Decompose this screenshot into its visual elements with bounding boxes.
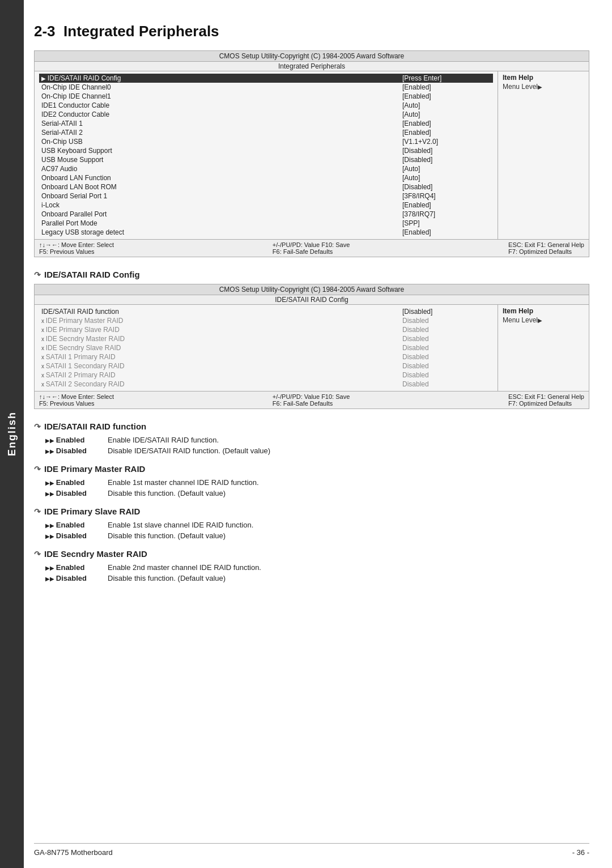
footer-col2-line2-1: F6: Fail-Safe Defaults xyxy=(273,248,350,255)
bios1-row-value-4: [Auto] xyxy=(402,110,493,118)
bios2-row-value-2: Disabled xyxy=(402,326,493,334)
bios2-row-label-4: IDE Secndry Slave RAID xyxy=(39,344,402,352)
bios1-row-label-5: Serial-ATAII 1 xyxy=(39,120,402,127)
section-number: 2-3 xyxy=(34,23,56,40)
bios1-row-label-11: Onboard LAN Function xyxy=(39,174,402,182)
bios2-row-3: IDE Secndry Master RAIDDisabled xyxy=(39,334,493,343)
section-heading-ide-secndry-master-raid: ↷IDE Secndry Master RAID xyxy=(34,549,589,559)
bios2-row-0: IDE/SATAII RAID function[Disabled] xyxy=(39,307,493,316)
sub-item-desc-ide-sataii-raid-function-0: Enable IDE/SATAII RAID function. xyxy=(108,436,219,444)
bios1-row-label-14: i-Lock xyxy=(39,201,402,209)
bios-rows-2: IDE/SATAII RAID function[Disabled]IDE Pr… xyxy=(35,305,498,391)
bios2-row-label-2: IDE Primary Slave RAID xyxy=(39,326,402,334)
section-heading-text-ide-secndry-master-raid: IDE Secndry Master RAID xyxy=(44,549,147,559)
main-content: 2-3 Integrated Peripherals CMOS Setup Ut… xyxy=(34,0,589,611)
bios-subheader-1: Integrated Peripherals xyxy=(35,62,589,71)
item-help-title-1: Item Help xyxy=(503,74,584,82)
footer-col1-line1-1: ↑↓→←: Move Enter: Select xyxy=(39,241,114,248)
bios1-row-value-16: [SPP] xyxy=(402,219,493,227)
bios1-row-label-13: Onboard Serial Port 1 xyxy=(39,192,402,200)
menu-level-1: Menu Level xyxy=(503,83,584,91)
section-heading-ide-sataii-raid-function: ↷IDE/SATAII RAID function xyxy=(34,422,589,431)
bios2-row-2: IDE Primary Slave RAIDDisabled xyxy=(39,325,493,334)
descriptions-container: ↷IDE/SATAII RAID functionEnabledEnable I… xyxy=(34,422,589,582)
side-tab: English xyxy=(0,0,24,868)
bios1-row-label-16: Parallel Port Mode xyxy=(39,219,402,227)
sub-item-desc-ide-secndry-master-raid-1: Disable this function. (Default value) xyxy=(108,574,226,582)
bios1-row-value-6: [Enabled] xyxy=(402,129,493,137)
bios2-row-6: SATAII 1 Secondary RAIDDisabled xyxy=(39,361,493,371)
bios2-row-value-7: Disabled xyxy=(402,371,493,379)
bios1-row-value-17: [Enabled] xyxy=(402,228,493,236)
bios2-row-label-7: SATAII 2 Primary RAID xyxy=(39,371,402,379)
section-heading-ide-primary-slave-raid: ↷IDE Primary Slave RAID xyxy=(34,507,589,516)
bios2-row-4: IDE Secndry Slave RAIDDisabled xyxy=(39,343,493,352)
sub-item-label-ide-primary-slave-raid-0: Enabled xyxy=(45,521,108,529)
section-heading-ide-primary-master-raid: ↷IDE Primary Master RAID xyxy=(34,464,589,474)
bios1-row-16: Parallel Port Mode[SPP] xyxy=(39,219,493,228)
sub-item-label-ide-secndry-master-raid-0: Enabled xyxy=(45,563,108,572)
sub-item-ide-sataii-raid-function-1: DisabledDisable IDE/SATAII RAID function… xyxy=(45,446,589,455)
bios1-row-2: On-Chip IDE Channel1[Enabled] xyxy=(39,92,493,101)
arrow-icon-ide-sataii-raid-function: ↷ xyxy=(34,422,41,431)
bios1-row-10: AC97 Audio[Auto] xyxy=(39,164,493,173)
bios1-row-value-14: [Enabled] xyxy=(402,201,493,209)
footer-col1-line2-1: F5: Previous Values xyxy=(39,248,114,255)
bios1-row-value-7: [V1.1+V2.0] xyxy=(402,138,493,146)
bios2-row-label-8: SATAII 2 Secondary RAID xyxy=(39,380,402,388)
bios-screen-2: CMOS Setup Utility-Copyright (C) 1984-20… xyxy=(34,284,589,409)
bios1-row-label-7: On-Chip USB xyxy=(39,138,402,146)
arrow-icon-ide-primary-slave-raid: ↷ xyxy=(34,507,41,516)
bios1-row-label-8: USB Keyboard Support xyxy=(39,147,402,155)
bios1-row-17: Legacy USB storage detect[Enabled] xyxy=(39,228,493,237)
bios1-row-label-1: On-Chip IDE Channel0 xyxy=(39,83,402,91)
bios2-row-5: SATAII 1 Primary RAIDDisabled xyxy=(39,352,493,361)
bios1-row-value-15: [378/IRQ7] xyxy=(402,210,493,218)
bios2-row-label-5: SATAII 1 Primary RAID xyxy=(39,353,402,361)
bios2-row-1: IDE Primary Master RAIDDisabled xyxy=(39,316,493,325)
bios1-row-8: USB Keyboard Support[Disabled] xyxy=(39,146,493,155)
arrow-icon-ide: ↷ xyxy=(34,270,41,279)
bios1-row-label-15: Onboard Parallel Port xyxy=(39,210,402,218)
sub-item-label-ide-primary-slave-raid-1: Disabled xyxy=(45,531,108,540)
bios1-row-7: On-Chip USB[V1.1+V2.0] xyxy=(39,137,493,146)
bios1-row-value-10: [Auto] xyxy=(402,165,493,173)
sub-section-ide-primary-master-raid: EnabledEnable 1st master channel IDE RAI… xyxy=(45,478,589,497)
bios1-row-label-12: Onboard LAN Boot ROM xyxy=(39,183,402,191)
bios2-row-label-3: IDE Secndry Master RAID xyxy=(39,335,402,343)
footer-col2-line1-1: +/-/PU/PD: Value F10: Save xyxy=(273,241,350,248)
bios2-row-label-0: IDE/SATAII RAID function xyxy=(39,308,402,316)
bios1-row-value-5: [Enabled] xyxy=(402,120,493,127)
sub-item-desc-ide-sataii-raid-function-1: Disable IDE/SATAII RAID function. (Defau… xyxy=(108,446,270,455)
sub-section-ide-secndry-master-raid: EnabledEnable 2nd master channel IDE RAI… xyxy=(45,563,589,582)
bios2-row-value-0: [Disabled] xyxy=(402,308,493,316)
footer-col1-line1-2: ↑↓→←: Move Enter: Select xyxy=(39,393,114,400)
sub-item-desc-ide-secndry-master-raid-0: Enable 2nd master channel IDE RAID funct… xyxy=(108,563,261,572)
bios1-row-3: IDE1 Conductor Cable[Auto] xyxy=(39,101,493,110)
bios1-row-value-9: [Disabled] xyxy=(402,156,493,164)
bios-body-2: IDE/SATAII RAID function[Disabled]IDE Pr… xyxy=(35,305,589,391)
bios1-row-6: Serial-ATAII 2[Enabled] xyxy=(39,128,493,137)
sub-item-desc-ide-primary-slave-raid-1: Disable this function. (Default value) xyxy=(108,531,226,540)
footer-col3-line1-1: ESC: Exit F1: General Help xyxy=(508,241,584,248)
bios1-row-label-0: IDE/SATAII RAID Config xyxy=(39,74,402,82)
arrow-icon-ide-primary-master-raid: ↷ xyxy=(34,465,41,474)
bios1-row-value-0: [Press Enter] xyxy=(402,74,493,82)
section-heading-text-ide-primary-slave-raid: IDE Primary Slave RAID xyxy=(44,507,140,516)
section-heading-ide: ↷ IDE/SATAII RAID Config xyxy=(34,270,589,279)
bios2-row-8: SATAII 2 Secondary RAIDDisabled xyxy=(39,380,493,389)
bios1-row-label-6: Serial-ATAII 2 xyxy=(39,129,402,137)
title-text: Integrated Peripherals xyxy=(63,23,219,40)
bios-footer-2: ↑↓→←: Move Enter: Select F5: Previous Va… xyxy=(35,391,589,409)
footer-right: - 36 - xyxy=(572,848,589,857)
bios1-row-0: IDE/SATAII RAID Config[Press Enter] xyxy=(39,74,493,83)
bios1-row-value-3: [Auto] xyxy=(402,101,493,109)
bios-screen-1: CMOS Setup Utility-Copyright (C) 1984-20… xyxy=(34,50,589,257)
section-heading-text-ide-primary-master-raid: IDE Primary Master RAID xyxy=(44,464,145,474)
page-title: 2-3 Integrated Peripherals xyxy=(34,23,589,40)
bios1-row-label-10: AC97 Audio xyxy=(39,165,402,173)
sub-item-ide-secndry-master-raid-0: EnabledEnable 2nd master channel IDE RAI… xyxy=(45,563,589,572)
section-heading-text-ide-sataii-raid-function: IDE/SATAII RAID function xyxy=(44,422,146,431)
sub-item-ide-primary-master-raid-1: DisabledDisable this function. (Default … xyxy=(45,489,589,497)
bios-help-2: Item Help Menu Level xyxy=(498,305,589,391)
